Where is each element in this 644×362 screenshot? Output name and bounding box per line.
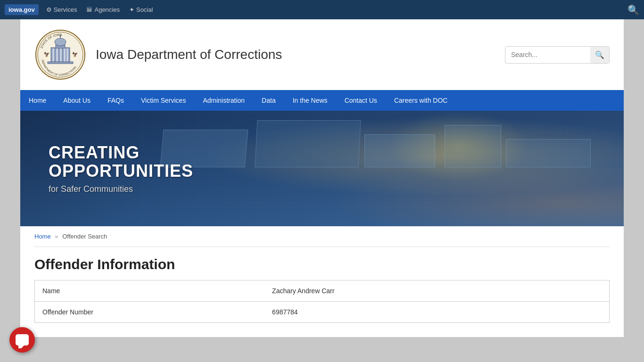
- building-shape-2: [255, 120, 361, 167]
- svg-rect-8: [66, 49, 68, 62]
- svg-rect-6: [60, 49, 62, 62]
- svg-rect-4: [52, 49, 54, 62]
- building-shape-5: [506, 139, 591, 167]
- svg-text:🦅: 🦅: [44, 51, 50, 58]
- breadcrumb: Home » Offender Search: [34, 226, 610, 247]
- offender-info-table: Name Zachary Andrew Carr Offender Number…: [34, 280, 610, 323]
- hero-title: CREATING OPPORTUNITIES: [49, 143, 193, 180]
- hero-banner: CREATING OPPORTUNITIES for Safer Communi…: [20, 111, 624, 226]
- label-offender-number: Offender Number: [35, 302, 265, 323]
- svg-point-9: [55, 38, 66, 46]
- top-nav: ⚙ Services 🏛 Agencies ✦ Social: [46, 6, 153, 13]
- grid-icon: ⚙: [46, 6, 52, 13]
- svg-rect-12: [48, 62, 73, 64]
- chat-icon: [16, 334, 29, 337]
- breadcrumb-current: Offender Search: [62, 233, 107, 240]
- services-link[interactable]: ⚙ Services: [46, 6, 77, 13]
- value-offender-number: 6987784: [264, 302, 609, 323]
- nav-victim-services[interactable]: Victim Services: [132, 90, 194, 111]
- hero-line2: OPPORTUNITIES: [49, 161, 193, 181]
- site-title: Iowa Department of Corrections: [96, 47, 282, 62]
- top-bar: iowa.gov ⚙ Services 🏛 Agencies ✦ Social …: [0, 0, 644, 19]
- label-name: Name: [35, 280, 265, 302]
- table-row: Name Zachary Andrew Carr: [35, 280, 610, 302]
- breadcrumb-separator: »: [55, 233, 58, 240]
- value-name: Zachary Andrew Carr: [264, 280, 609, 302]
- site-header: 🦅 🦅 STATE OF IOWA DEPARTMENT OF CORRECTI…: [20, 19, 624, 90]
- nav-home[interactable]: Home: [20, 90, 55, 111]
- nav-careers-with-doc[interactable]: Careers with DOC: [386, 90, 456, 111]
- state-seal: 🦅 🦅 STATE OF IOWA DEPARTMENT OF CORRECTI…: [34, 29, 86, 81]
- hero-text: CREATING OPPORTUNITIES for Safer Communi…: [49, 143, 193, 194]
- table-row: Offender Number 6987784: [35, 302, 610, 323]
- content-area: Home » Offender Search Offender Informat…: [20, 226, 624, 337]
- hero-line1: CREATING: [49, 142, 140, 162]
- building-shape-4: [445, 125, 501, 167]
- social-link[interactable]: ✦ Social: [129, 6, 153, 13]
- building-icon: 🏛: [86, 6, 92, 13]
- nav-data[interactable]: Data: [253, 90, 284, 111]
- main-nav: Home About Us FAQs Victim Services Admin…: [20, 90, 624, 111]
- main-wrapper: 🦅 🦅 STATE OF IOWA DEPARTMENT OF CORRECTI…: [20, 19, 624, 337]
- svg-text:🦅: 🦅: [72, 51, 78, 58]
- iowa-logo[interactable]: iowa.gov: [5, 4, 39, 15]
- nav-administration[interactable]: Administration: [194, 90, 253, 111]
- search-input[interactable]: [505, 47, 590, 62]
- svg-rect-5: [56, 49, 58, 62]
- top-search-icon[interactable]: 🔍: [627, 4, 639, 16]
- breadcrumb-home[interactable]: Home: [34, 233, 51, 240]
- nav-about-us[interactable]: About Us: [55, 90, 99, 111]
- agencies-link[interactable]: 🏛 Agencies: [86, 6, 119, 13]
- share-icon: ✦: [129, 6, 134, 13]
- search-icon: 🔍: [595, 51, 604, 59]
- nav-in-the-news[interactable]: In the News: [284, 90, 336, 111]
- logo-area: iowa.gov ⚙ Services 🏛 Agencies ✦ Social: [5, 4, 153, 15]
- nav-faqs[interactable]: FAQs: [99, 90, 132, 111]
- brand: 🦅 🦅 STATE OF IOWA DEPARTMENT OF CORRECTI…: [34, 29, 282, 81]
- hero-subtitle: for Safer Communities: [49, 184, 193, 194]
- search-button[interactable]: 🔍: [590, 47, 609, 63]
- building-shape-3: [364, 134, 435, 167]
- svg-rect-7: [64, 49, 66, 62]
- page-title: Offender Information: [34, 247, 610, 280]
- search-bar: 🔍: [505, 46, 610, 64]
- nav-contact-us[interactable]: Contact Us: [336, 90, 386, 111]
